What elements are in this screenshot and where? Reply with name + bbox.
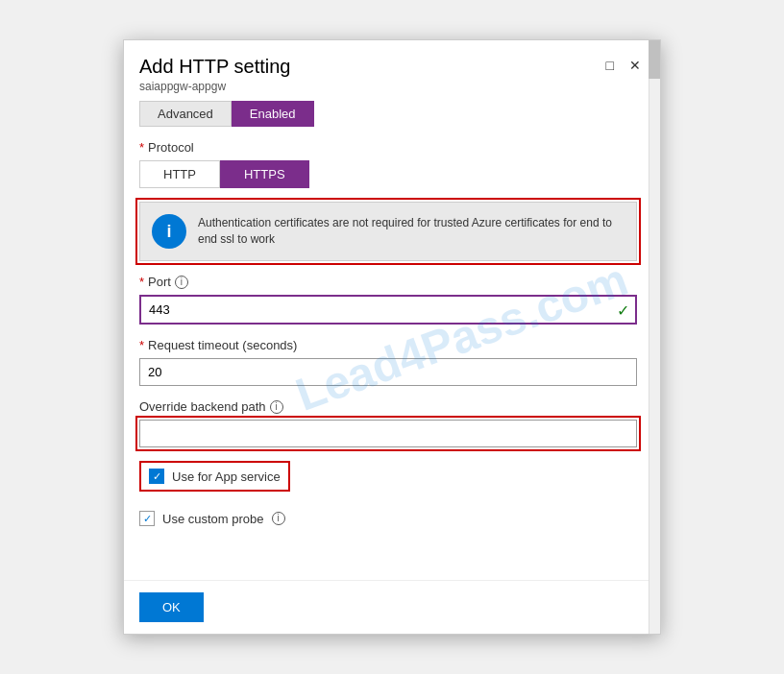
tab-advanced[interactable]: Advanced (139, 101, 232, 127)
protocol-http-button[interactable]: HTTP (139, 160, 220, 188)
request-timeout-section: * Request timeout (seconds) (139, 338, 637, 386)
port-check-icon: ✓ (617, 301, 629, 319)
override-backend-path-input[interactable] (139, 420, 637, 447)
protocol-label: * Protocol (139, 140, 637, 155)
request-timeout-input[interactable] (139, 358, 637, 386)
ok-button[interactable]: OK (139, 592, 204, 622)
use-custom-probe-checkbox[interactable]: ✓ (139, 511, 155, 526)
dialog-title: Add HTTP setting (139, 56, 290, 78)
use-custom-probe-label: Use custom probe (162, 512, 264, 526)
dialog-body: Advanced Enabled * Protocol HTTP HTTPS i… (124, 101, 660, 580)
protocol-https-button[interactable]: HTTPS (220, 160, 309, 188)
port-section: * Port i ✓ (139, 275, 637, 325)
use-for-app-service-wrapper: ✓ Use for App service (139, 461, 637, 501)
use-custom-probe-row: ✓ Use custom probe i (139, 511, 637, 526)
port-input-wrapper: ✓ (139, 295, 637, 325)
add-http-setting-dialog: Lead4Pass.com Add HTTP setting saiappgw-… (123, 39, 661, 635)
request-timeout-required-star: * (139, 338, 144, 352)
use-for-app-service-row[interactable]: ✓ Use for App service (139, 461, 290, 492)
minimize-button[interactable]: □ (602, 56, 618, 75)
tabs-area: Advanced Enabled (139, 101, 637, 127)
dialog-footer: OK (124, 580, 660, 634)
header-controls: □ ✕ (602, 56, 645, 75)
port-info-icon[interactable]: i (175, 276, 188, 289)
use-for-app-service-label: Use for App service (172, 469, 281, 484)
close-button[interactable]: ✕ (625, 56, 645, 75)
override-backend-path-label: Override backend path i (139, 399, 637, 414)
header-title-group: Add HTTP setting saiappgw-appgw (139, 56, 290, 93)
use-custom-probe-info-icon[interactable]: i (272, 512, 285, 525)
info-icon: i (152, 214, 186, 249)
protocol-section: * Protocol HTTP HTTPS (139, 140, 637, 188)
port-input[interactable] (139, 295, 637, 325)
port-label: * Port i (139, 275, 637, 289)
info-banner-text: Authentication certificates are not requ… (198, 215, 625, 248)
protocol-required-star: * (139, 140, 144, 155)
info-banner: i Authentication certificates are not re… (139, 202, 637, 261)
dialog-header: Add HTTP setting saiappgw-appgw □ ✕ (124, 40, 660, 101)
dialog-subtitle: saiappgw-appgw (139, 80, 290, 93)
protocol-buttons: HTTP HTTPS (139, 160, 637, 188)
override-backend-path-info-icon[interactable]: i (270, 400, 283, 414)
use-for-app-service-checkbox[interactable]: ✓ (149, 469, 164, 484)
tab-enabled[interactable]: Enabled (232, 101, 314, 127)
request-timeout-label: * Request timeout (seconds) (139, 338, 637, 352)
scrollbar-thumb[interactable] (649, 40, 660, 79)
scrollbar-track[interactable] (649, 40, 660, 634)
override-backend-path-section: Override backend path i (139, 399, 637, 447)
port-required-star: * (139, 275, 144, 289)
